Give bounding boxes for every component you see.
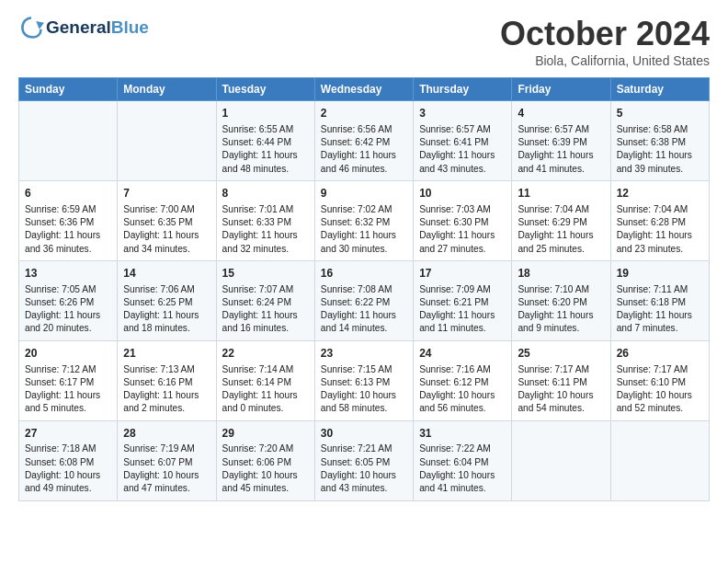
calendar-cell: 5Sunrise: 6:58 AMSunset: 6:38 PMDaylight… [610,101,709,181]
day-number: 15 [222,266,309,282]
calendar-week-row: 1Sunrise: 6:55 AMSunset: 6:44 PMDaylight… [19,101,710,181]
day-header: Monday [118,78,216,101]
day-number: 16 [321,266,407,282]
calendar-cell [512,420,610,500]
calendar-cell: 21Sunrise: 7:13 AMSunset: 6:16 PMDayligh… [118,340,216,420]
day-header: Thursday [414,78,512,101]
day-number: 9 [321,186,407,201]
day-number: 10 [419,186,506,201]
logo-text: GeneralBlue [46,18,149,38]
day-number: 21 [123,346,210,362]
title-block: October 2024 Biola, California, United S… [500,15,710,68]
calendar-cell: 28Sunrise: 7:19 AMSunset: 6:07 PMDayligh… [118,420,216,500]
day-number: 23 [321,346,407,362]
calendar-cell: 9Sunrise: 7:02 AMSunset: 6:32 PMDaylight… [314,180,413,260]
day-number: 31 [419,426,506,442]
calendar-cell [19,101,118,181]
calendar-cell: 4Sunrise: 6:57 AMSunset: 6:39 PMDaylight… [512,101,610,181]
calendar-cell: 8Sunrise: 7:01 AMSunset: 6:33 PMDaylight… [216,180,314,260]
calendar-cell: 25Sunrise: 7:17 AMSunset: 6:11 PMDayligh… [512,340,610,420]
day-number: 2 [321,106,407,121]
calendar-week-row: 13Sunrise: 7:05 AMSunset: 6:26 PMDayligh… [19,260,710,340]
calendar-page: GeneralBlue October 2024 Biola, Californ… [0,0,728,511]
day-number: 27 [25,426,111,442]
day-number: 20 [25,346,111,362]
calendar-cell [118,101,216,181]
day-number: 22 [222,346,309,362]
calendar-cell: 16Sunrise: 7:08 AMSunset: 6:22 PMDayligh… [314,260,413,340]
calendar-cell: 26Sunrise: 7:17 AMSunset: 6:10 PMDayligh… [610,340,709,420]
calendar-cell: 31Sunrise: 7:22 AMSunset: 6:04 PMDayligh… [414,420,512,500]
calendar-week-row: 27Sunrise: 7:18 AMSunset: 6:08 PMDayligh… [19,420,710,500]
day-header: Friday [512,78,610,101]
day-number: 25 [518,346,604,362]
day-number: 1 [222,106,309,121]
calendar-cell: 13Sunrise: 7:05 AMSunset: 6:26 PMDayligh… [19,260,118,340]
day-number: 14 [123,266,210,282]
calendar-week-row: 6Sunrise: 6:59 AMSunset: 6:36 PMDaylight… [19,180,710,260]
calendar-cell: 23Sunrise: 7:15 AMSunset: 6:13 PMDayligh… [314,340,413,420]
calendar-cell: 3Sunrise: 6:57 AMSunset: 6:41 PMDaylight… [414,101,512,181]
day-number: 12 [617,186,703,201]
month-title: October 2024 [500,15,710,53]
calendar-cell: 12Sunrise: 7:04 AMSunset: 6:28 PMDayligh… [610,180,709,260]
calendar-cell: 19Sunrise: 7:11 AMSunset: 6:18 PMDayligh… [610,260,709,340]
day-number: 19 [617,266,703,282]
calendar-cell: 10Sunrise: 7:03 AMSunset: 6:30 PMDayligh… [414,180,512,260]
day-header: Tuesday [216,78,314,101]
day-number: 11 [518,186,604,201]
location-subtitle: Biola, California, United States [500,53,710,68]
day-number: 8 [222,186,309,201]
day-number: 5 [617,106,703,121]
calendar-cell: 7Sunrise: 7:00 AMSunset: 6:35 PMDaylight… [118,180,216,260]
day-number: 7 [123,186,210,201]
day-number: 17 [419,266,506,282]
day-number: 28 [123,426,210,442]
calendar-cell: 27Sunrise: 7:18 AMSunset: 6:08 PMDayligh… [19,420,118,500]
day-number: 24 [419,346,506,362]
logo: GeneralBlue [18,15,149,40]
day-header: Saturday [610,78,709,101]
calendar-cell: 1Sunrise: 6:55 AMSunset: 6:44 PMDaylight… [216,101,314,181]
day-number: 4 [518,106,604,121]
day-number: 6 [25,186,111,201]
calendar-cell: 20Sunrise: 7:12 AMSunset: 6:17 PMDayligh… [19,340,118,420]
calendar-cell: 18Sunrise: 7:10 AMSunset: 6:20 PMDayligh… [512,260,610,340]
header-row: SundayMondayTuesdayWednesdayThursdayFrid… [19,78,710,101]
calendar-cell: 2Sunrise: 6:56 AMSunset: 6:42 PMDaylight… [314,101,413,181]
day-header: Sunday [19,78,118,101]
calendar-cell: 22Sunrise: 7:14 AMSunset: 6:14 PMDayligh… [216,340,314,420]
calendar-cell: 11Sunrise: 7:04 AMSunset: 6:29 PMDayligh… [512,180,610,260]
svg-marker-0 [36,21,44,29]
day-number: 30 [321,426,407,442]
calendar-table: SundayMondayTuesdayWednesdayThursdayFrid… [18,77,710,501]
day-number: 13 [25,266,111,282]
calendar-cell: 30Sunrise: 7:21 AMSunset: 6:05 PMDayligh… [314,420,413,500]
calendar-cell: 15Sunrise: 7:07 AMSunset: 6:24 PMDayligh… [216,260,314,340]
calendar-cell: 17Sunrise: 7:09 AMSunset: 6:21 PMDayligh… [414,260,512,340]
calendar-week-row: 20Sunrise: 7:12 AMSunset: 6:17 PMDayligh… [19,340,710,420]
logo-icon [18,15,44,40]
day-header: Wednesday [314,78,413,101]
calendar-cell: 24Sunrise: 7:16 AMSunset: 6:12 PMDayligh… [414,340,512,420]
day-number: 3 [419,106,506,121]
calendar-cell [610,420,709,500]
day-number: 26 [617,346,703,362]
header: GeneralBlue October 2024 Biola, Californ… [18,15,710,68]
calendar-cell: 14Sunrise: 7:06 AMSunset: 6:25 PMDayligh… [118,260,216,340]
calendar-cell: 29Sunrise: 7:20 AMSunset: 6:06 PMDayligh… [216,420,314,500]
calendar-cell: 6Sunrise: 6:59 AMSunset: 6:36 PMDaylight… [19,180,118,260]
day-number: 29 [222,426,309,442]
day-number: 18 [518,266,604,282]
